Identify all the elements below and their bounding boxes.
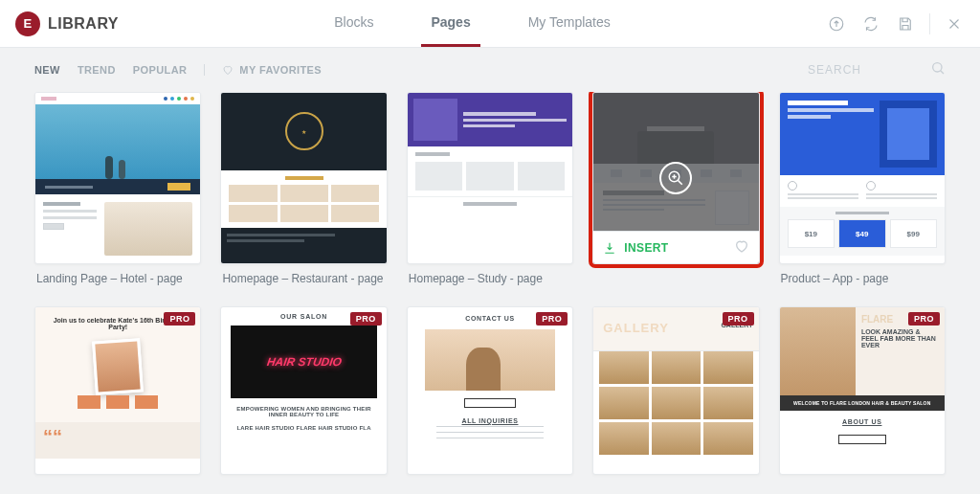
filter-bar: NEW TREND POPULAR MY FAVORITES [0,48,980,92]
template-card[interactable]: PRO FLARELOOK AMAZING & FEEL FAB MORE TH… [779,306,946,475]
template-thumbnail[interactable]: Join us to celebrate Kate's 16th Birthda… [34,306,201,475]
filter-popular[interactable]: POPULAR [133,64,188,76]
upload-icon[interactable] [826,13,847,34]
template-thumbnail[interactable]: ★ [220,92,387,264]
template-grid: Landing Page – Hotel - page ★ Homepage –… [0,92,980,494]
template-title: Landing Page – Hotel - page [34,270,201,287]
template-card[interactable]: Homepage – Study - page [407,92,573,287]
template-thumbnail[interactable]: $19 $49 $99 [779,92,946,264]
template-thumbnail[interactable] [34,92,201,264]
favorite-button[interactable] [734,238,749,258]
sync-icon[interactable] [860,13,881,34]
template-title: Product – App - page [779,270,946,287]
heart-icon [222,64,234,76]
template-card[interactable]: PRO OUR SALON HAIR STUDIO EMPOWERING WOM… [220,306,387,475]
library-header: E LIBRARY Blocks Pages My Templates [0,0,980,48]
close-icon[interactable] [944,13,965,34]
pro-badge: PRO [536,312,568,326]
search-input[interactable] [808,63,923,77]
brand-title: LIBRARY [48,15,119,33]
filter-new[interactable]: NEW [34,64,60,76]
search-box [808,60,946,79]
template-card[interactable]: Landing Page – Hotel - page [34,92,201,287]
template-title [592,270,759,287]
template-thumbnail[interactable]: OUR SALON HAIR STUDIO EMPOWERING WOMEN A… [220,306,387,475]
filter-favorites[interactable]: MY FAVORITES [204,64,322,76]
template-thumbnail[interactable]: GALLERYOUR GALLERY [592,306,759,475]
template-thumbnail[interactable]: INSERT [592,92,759,264]
template-card[interactable]: PRO Join us to celebrate Kate's 16th Bir… [34,306,201,475]
tab-pages[interactable]: Pages [421,0,479,47]
pro-badge: PRO [908,312,940,326]
save-icon[interactable] [895,13,916,34]
template-card[interactable]: PRO CONTACT US ALL INQUIRIES [407,306,573,475]
template-title: Homepage – Restaurant - page [220,270,387,287]
tab-my-templates[interactable]: My Templates [519,0,620,47]
tab-blocks[interactable]: Blocks [324,0,383,47]
logo-icon: E [15,11,40,36]
filter-trend[interactable]: TREND [78,64,116,76]
pro-badge: PRO [350,312,382,326]
template-thumbnail[interactable]: CONTACT US ALL INQUIRIES [407,306,573,475]
zoom-icon [659,162,692,194]
pro-badge: PRO [723,312,754,326]
template-card-highlighted[interactable]: INSERT [592,92,759,287]
template-card[interactable]: $19 $49 $99 Product – App - page [779,92,946,287]
template-card[interactable]: PRO GALLERYOUR GALLERY [592,306,759,475]
search-icon[interactable] [930,60,946,79]
template-card[interactable]: ★ Homepage – Restaurant - page [220,92,387,287]
filter-list: NEW TREND POPULAR [34,64,187,76]
header-tabs: Blocks Pages My Templates [324,0,620,47]
insert-button[interactable]: INSERT [624,241,725,255]
brand: E LIBRARY [15,11,119,36]
template-thumbnail[interactable]: FLARELOOK AMAZING & FEEL FAB MORE THAN E… [779,306,946,475]
action-bar: INSERT [593,231,758,263]
template-title: Homepage – Study - page [407,270,573,287]
header-actions [826,13,965,34]
download-icon [603,241,616,255]
pro-badge: PRO [164,312,195,326]
divider [929,13,930,34]
template-thumbnail[interactable] [407,92,573,264]
svg-point-1 [933,63,942,72]
